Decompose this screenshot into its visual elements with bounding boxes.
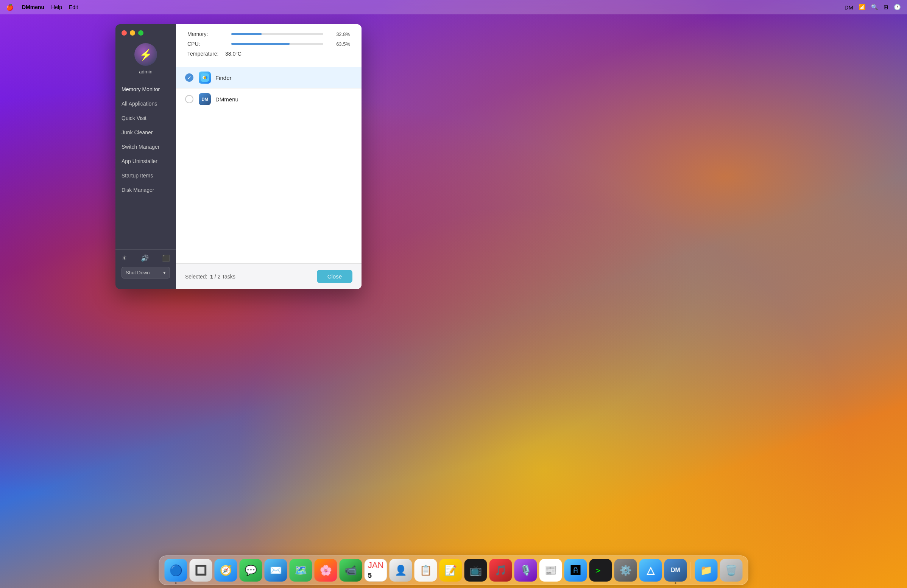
dmmenu-checkbox[interactable]: [185, 95, 194, 103]
cpu-stat-row: CPU: 63.5%: [187, 41, 350, 47]
memory-bar-fill: [231, 33, 261, 35]
display-icon[interactable]: ⬛: [162, 254, 170, 262]
dmmenu-dock-dot: [675, 582, 676, 584]
finder-checkbox[interactable]: ✓: [185, 74, 194, 82]
dock-item-launchpad[interactable]: 🔲: [190, 559, 212, 582]
memory-label: Memory:: [187, 31, 225, 37]
dmmenu-app-icon: DM: [199, 93, 211, 105]
mail-icon: ✉️: [270, 564, 282, 576]
sidebar-item-app-uninstaller[interactable]: App Uninstaller: [115, 154, 176, 168]
app-list-panel: ✓ 😊: [176, 63, 362, 264]
dock-item-music[interactable]: 🎵: [489, 559, 512, 582]
folder-icon: 📁: [700, 564, 712, 576]
dock-item-messages[interactable]: 💬: [240, 559, 262, 582]
sidebar-item-disk-manager[interactable]: Disk Manager: [115, 183, 176, 197]
finder-icon: 🔵: [169, 564, 183, 577]
finder-dock-dot: [175, 582, 177, 584]
podcasts-icon: 🎙️: [520, 564, 532, 576]
dock-item-terminal[interactable]: >_: [590, 559, 612, 582]
dock-item-appstore[interactable]: 🅰: [564, 559, 587, 582]
contacts-icon: 👤: [395, 564, 407, 576]
close-button[interactable]: Close: [317, 270, 353, 283]
dock-item-maps[interactable]: 🗺️: [290, 559, 312, 582]
sidebar-item-startup-items[interactable]: Startup Items: [115, 168, 176, 183]
dock-item-facetime[interactable]: 📹: [340, 559, 362, 582]
sysprefs-icon: ⚙️: [620, 564, 632, 576]
app-list: ✓ 😊: [176, 63, 362, 264]
messages-icon: 💬: [245, 564, 257, 576]
cpu-bar-fill: [231, 43, 290, 45]
dock-item-news[interactable]: 📰: [539, 559, 562, 582]
menubar-app-name[interactable]: DMmenu: [22, 4, 44, 10]
app-list-item-dmmenu[interactable]: DM DMmenu: [176, 88, 362, 110]
sidebar-item-memory-monitor[interactable]: Memory Monitor: [115, 82, 176, 96]
temp-value: 38.0°C: [225, 51, 242, 57]
tv-icon: 📺: [470, 564, 482, 576]
dock-item-folder[interactable]: 📁: [695, 559, 718, 582]
dock-item-safari[interactable]: 🧭: [215, 559, 237, 582]
wifi-icon[interactable]: 📶: [859, 4, 866, 11]
dmmenu-dock-icon: DM: [671, 567, 680, 574]
safari-icon: 🧭: [220, 564, 232, 576]
dmmenu-app-name: DMmenu: [215, 96, 239, 102]
minimize-window-button[interactable]: [130, 30, 135, 35]
dock-item-trash[interactable]: 🗑️: [720, 559, 743, 582]
volume-icon[interactable]: 🔊: [141, 254, 149, 262]
dock: 🔵 🔲 🧭 💬 ✉️ 🗺️ 🌸 📹 JAN5 👤 📋 📝 📺 🎵 🎙️: [159, 556, 748, 585]
apple-menu[interactable]: 🍎: [6, 4, 14, 11]
footer: Selected: 1 / 2 Tasks Close: [176, 264, 362, 289]
brightness-icon[interactable]: ☀: [122, 254, 127, 262]
launchpad-icon: 🔲: [195, 564, 207, 576]
window-controls: [115, 24, 176, 40]
temp-label: Temperature:: [187, 51, 225, 57]
app-window: ⚡ admin Memory Monitor All Applications …: [115, 24, 362, 289]
dock-item-sysprefs[interactable]: ⚙️: [614, 559, 637, 582]
selected-label: Selected:: [185, 273, 207, 280]
dock-item-dmmenu[interactable]: DM: [664, 559, 687, 582]
app-list-item-finder[interactable]: ✓ 😊: [176, 67, 362, 88]
memory-stat-row: Memory: 32.8%: [187, 31, 350, 37]
total-tasks: 2 Tasks: [218, 273, 236, 280]
notes-icon: 📝: [445, 564, 457, 576]
time-icon: 🕐: [894, 4, 901, 11]
svg-text:😊: 😊: [203, 76, 207, 80]
maps-icon: 🗺️: [295, 564, 307, 576]
alpinequest-icon: △: [647, 564, 654, 576]
selected-info: Selected: 1 / 2 Tasks: [185, 273, 236, 280]
dock-item-finder[interactable]: 🔵: [165, 559, 187, 582]
sidebar-item-junk-cleaner[interactable]: Junk Cleaner: [115, 125, 176, 140]
shutdown-label: Shut Down: [126, 270, 150, 275]
dock-item-alpinequest[interactable]: △: [639, 559, 662, 582]
dock-item-podcasts[interactable]: 🎙️: [514, 559, 537, 582]
shutdown-button[interactable]: Shut Down ▾: [122, 267, 170, 278]
memory-value: 32.8%: [329, 31, 350, 37]
menubar: 🍎 DMmenu Help Edit DM 📶 🔍 ⊞ 🕐: [0, 0, 907, 14]
dock-item-tv[interactable]: 📺: [465, 559, 487, 582]
avatar: ⚡: [135, 43, 157, 66]
sidebar-item-all-applications[interactable]: All Applications: [115, 96, 176, 111]
menubar-edit[interactable]: Edit: [69, 4, 78, 10]
sidebar-bottom-icons: ☀ 🔊 ⬛: [122, 254, 170, 262]
close-window-button[interactable]: [122, 30, 127, 35]
menubar-left: 🍎 DMmenu Help Edit: [6, 4, 78, 11]
music-icon: 🎵: [495, 564, 507, 576]
control-center-icon[interactable]: ⊞: [883, 4, 888, 11]
menubar-help[interactable]: Help: [51, 4, 62, 10]
sidebar-bottom: ☀ 🔊 ⬛ Shut Down ▾: [115, 249, 176, 283]
memory-bar-track: [231, 33, 323, 35]
dock-separator: [691, 562, 691, 578]
main-content: Memory: 32.8% CPU: 63.5% Temperature: 38…: [176, 24, 362, 289]
dock-item-mail[interactable]: ✉️: [264, 559, 287, 582]
photos-icon: 🌸: [320, 564, 332, 576]
dock-item-notes[interactable]: 📝: [439, 559, 462, 582]
search-icon[interactable]: 🔍: [871, 4, 878, 11]
reminders-icon: 📋: [420, 564, 432, 576]
dock-item-photos[interactable]: 🌸: [314, 559, 337, 582]
dm-menu-icon[interactable]: DM: [845, 4, 853, 11]
maximize-window-button[interactable]: [138, 30, 143, 35]
dock-item-reminders[interactable]: 📋: [415, 559, 437, 582]
sidebar-item-quick-visit[interactable]: Quick Visit: [115, 111, 176, 125]
dock-item-calendar[interactable]: JAN5: [365, 559, 387, 582]
sidebar-item-switch-manager[interactable]: Switch Manager: [115, 140, 176, 154]
dock-item-contacts[interactable]: 👤: [389, 559, 412, 582]
